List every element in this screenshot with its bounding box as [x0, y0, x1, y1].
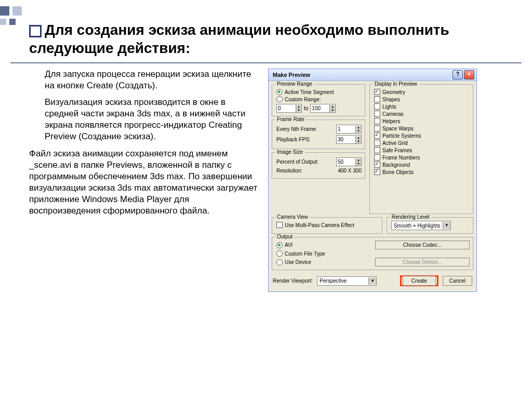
chk-active-grid[interactable]: Active Grid	[374, 140, 470, 146]
paragraph-3: Файл эскиза анимации сохраняется под име…	[29, 148, 258, 217]
make-preview-dialog: Make Preview ? × Preview Range Active Ti…	[268, 69, 477, 292]
create-button-highlight: Create	[400, 275, 438, 286]
chk-shapes[interactable]: Shapes	[374, 96, 470, 102]
radio-icon	[276, 96, 283, 102]
display-in-preview-group: Display in Preview Geometry Shapes Light…	[369, 84, 473, 214]
range-from-spinner[interactable]: ▲▼	[276, 104, 302, 113]
chk-background[interactable]: Background	[374, 162, 470, 168]
close-button[interactable]: ×	[464, 70, 474, 79]
chk-lights[interactable]: Lights	[374, 103, 470, 110]
chk-particle-systems[interactable]: Particle Systems	[374, 132, 470, 139]
rendering-level-group: Rendering Level Smooth + Highlights▼	[387, 217, 473, 234]
percent-output-spinner[interactable]: ▲▼	[336, 157, 362, 166]
chk-multi-pass-camera[interactable]: Use Multi-Pass Camera Effect	[276, 222, 379, 228]
range-to-spinner[interactable]: ▲▼	[310, 104, 336, 113]
paragraph-2: Визуализация эскиза производится в окне …	[29, 97, 258, 142]
resolution-value: 400 X 300	[338, 168, 362, 174]
chk-helpers[interactable]: Helpers	[374, 118, 470, 124]
chk-space-warps[interactable]: Space Warps	[374, 125, 470, 131]
render-viewport-select[interactable]: Perspective▼	[317, 276, 377, 286]
chk-cameras[interactable]: Cameras	[374, 111, 470, 117]
bullet-icon	[29, 25, 42, 37]
chk-geometry[interactable]: Geometry	[374, 89, 470, 95]
preview-range-group: Preview Range Active Time Segment Custom…	[272, 84, 365, 116]
radio-active-time-segment[interactable]: Active Time Segment	[276, 89, 362, 95]
nth-frame-spinner[interactable]: ▲▼	[336, 125, 362, 134]
radio-custom-range[interactable]: Custom Range:	[276, 96, 362, 102]
render-viewport-label: Render Viewport:	[273, 278, 313, 284]
radio-custom-file-type[interactable]: Custom File Type	[276, 250, 470, 257]
choose-codec-button[interactable]: Choose Codec...	[375, 241, 470, 249]
dialog-titlebar[interactable]: Make Preview ? ×	[269, 69, 476, 81]
text-column: Для запуска процесса генерации эскиза ще…	[29, 69, 258, 292]
rendering-level-select[interactable]: Smooth + Highlights▼	[391, 221, 451, 230]
help-button[interactable]: ?	[453, 70, 463, 79]
slide-heading: Для создания эскиза анимации необходимо …	[0, 0, 532, 59]
radio-avi[interactable]: AVI	[276, 242, 339, 248]
camera-view-group: Camera View Use Multi-Pass Camera Effect	[272, 217, 382, 234]
chk-safe-frames[interactable]: Safe Frames	[374, 147, 470, 153]
chevron-down-icon: ▼	[368, 277, 376, 285]
image-size-group: Image Size Percent of Output:▲▼ Resoluti…	[272, 152, 365, 179]
radio-use-device[interactable]: Use Device	[276, 259, 339, 265]
slide-decoration	[0, 6, 23, 27]
chk-frame-numbers[interactable]: Frame Numbers	[374, 154, 470, 161]
dialog-title: Make Preview	[271, 72, 453, 78]
chevron-down-icon: ▼	[443, 222, 450, 229]
cancel-button[interactable]: Cancel	[443, 276, 472, 286]
paragraph-1: Для запуска процесса генерации эскиза ще…	[29, 69, 258, 91]
chk-bone-objects[interactable]: Bone Objects	[374, 169, 470, 175]
output-group: Output AVI Choose Codec... Custom File T…	[272, 237, 473, 270]
frame-rate-group: Frame Rate Every Nth Frame:▲▼ Playback F…	[272, 119, 365, 149]
choose-device-button[interactable]: Choose Device...	[375, 258, 470, 267]
fps-spinner[interactable]: ▲▼	[336, 135, 362, 144]
radio-icon	[276, 89, 283, 95]
create-button[interactable]: Create	[403, 276, 436, 286]
